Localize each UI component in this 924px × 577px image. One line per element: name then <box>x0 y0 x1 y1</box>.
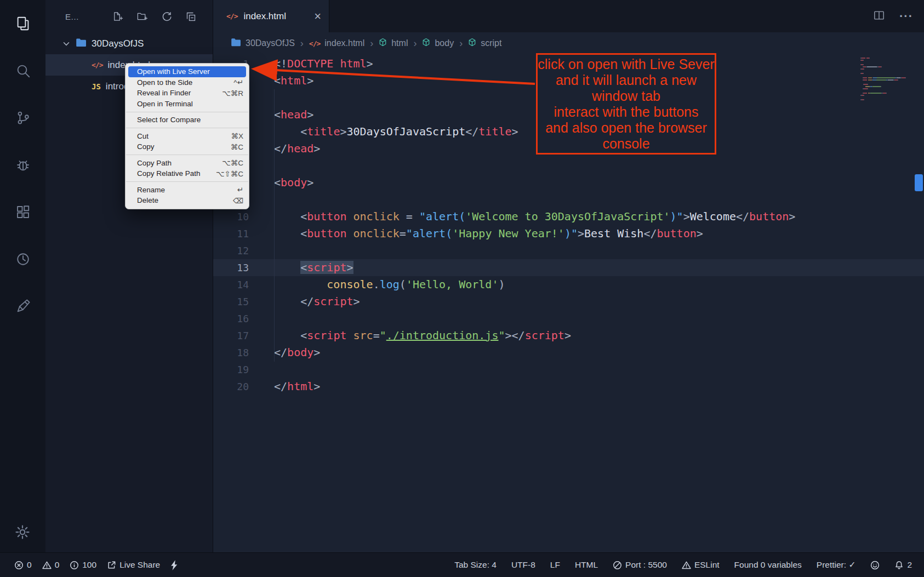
breadcrumb-item-index-html[interactable]: </>index.html <box>309 38 364 48</box>
code-line-15[interactable]: 15 </script> <box>213 293 924 310</box>
line-number: 13 <box>213 259 249 276</box>
menu-item-label: Copy Path <box>137 159 215 167</box>
explorer-icon[interactable] <box>10 10 36 37</box>
menu-item-copy-relative-path[interactable]: Copy Relative Path⌥⇧⌘C <box>126 168 249 179</box>
status-item-0[interactable]: 0 <box>42 560 60 570</box>
minimap-line <box>860 84 915 85</box>
vscode-window: E… 30DaysOfJS </>index.htmlJSintroductio… <box>0 0 924 577</box>
minimap-line <box>860 75 915 76</box>
line-content: </script> <box>274 293 360 310</box>
context-menu: Open with Live ServerOpen to the Side^↵R… <box>125 63 249 209</box>
status-item-live-share[interactable]: Live Share <box>107 560 160 570</box>
minimap-line <box>860 99 915 100</box>
activity-bar <box>0 0 45 552</box>
breadcrumb-label: html <box>391 38 408 48</box>
line-number: 19 <box>213 361 249 378</box>
tab-label: index.html <box>243 11 286 22</box>
status-item-port-5500[interactable]: Port : 5500 <box>613 560 667 570</box>
new-file-icon[interactable] <box>112 11 123 22</box>
status-item-prettier[interactable]: Prettier: ✓ <box>817 560 856 570</box>
menu-item-copy[interactable]: Copy⌘C <box>126 141 249 152</box>
code-line-14[interactable]: 14 console.log('Hello, World') <box>213 276 924 293</box>
annotation-line: and also open the browser <box>538 120 715 136</box>
breadcrumb-item-body[interactable]: body <box>422 38 454 49</box>
breadcrumb-label: body <box>435 38 454 48</box>
menu-item-shortcut: ⌥⇧⌘C <box>216 169 243 178</box>
settings-gear-icon[interactable] <box>9 519 36 545</box>
symbol-icon <box>422 38 430 49</box>
status-item-label: 0 <box>55 560 60 570</box>
code-line-10[interactable]: 10 <button onclick = "alert('Welcome to … <box>213 208 924 225</box>
minimap-line <box>860 82 915 83</box>
menu-item-cut[interactable]: Cut⌘X <box>126 131 249 142</box>
code-line-8[interactable]: 8<body> <box>213 174 924 191</box>
tab-index-html[interactable]: </> index.html × <box>213 0 329 32</box>
breadcrumb-item-script[interactable]: script <box>468 38 501 49</box>
code-line-9[interactable]: 9 <box>213 191 924 208</box>
code-line-7[interactable]: 7 <box>213 157 924 174</box>
status-item-0[interactable]: 0 <box>14 560 32 570</box>
status-item-html[interactable]: HTML <box>575 560 598 570</box>
breadcrumb-item-30daysofjs[interactable]: 30DaysOfJS <box>231 38 295 49</box>
source-control-icon[interactable] <box>10 105 36 131</box>
minimap-line <box>860 71 915 72</box>
menu-item-label: Select for Compare <box>137 116 243 124</box>
code-line-19[interactable]: 19 <box>213 361 924 378</box>
code-line-12[interactable]: 12 <box>213 242 924 259</box>
status-item-smiley[interactable] <box>870 561 880 570</box>
status-item-tab-size-4[interactable]: Tab Size: 4 <box>454 560 497 570</box>
line-content: console.log('Hello, World') <box>274 276 505 293</box>
new-folder-icon[interactable] <box>136 11 148 22</box>
search-icon[interactable] <box>10 58 36 84</box>
status-item-2[interactable]: 2 <box>894 560 912 570</box>
code-line-11[interactable]: 11 <button onclick="alert('Happy New Yea… <box>213 225 924 242</box>
pen-icon[interactable] <box>10 293 36 319</box>
code-line-17[interactable]: 17 <script src="./introduction.js"></scr… <box>213 327 924 344</box>
more-actions-icon[interactable]: ··· <box>899 9 913 24</box>
menu-item-open-in-terminal[interactable]: Open in Terminal <box>126 99 249 110</box>
folder-30daysofjs[interactable]: 30DaysOfJS <box>45 33 213 54</box>
status-item-label: Live Share <box>119 560 160 570</box>
line-number: 10 <box>213 208 249 225</box>
menu-separator <box>126 181 248 182</box>
minimap[interactable] <box>860 58 915 101</box>
status-item-lf[interactable]: LF <box>550 560 560 570</box>
menu-item-shortcut: ⌥⌘R <box>222 89 243 98</box>
extensions-icon[interactable] <box>10 199 36 225</box>
status-item-label: 2 <box>907 560 912 570</box>
tab-bar: </> index.html × ··· <box>213 0 924 32</box>
code-line-20[interactable]: 20</html> <box>213 378 924 395</box>
menu-separator <box>126 112 248 112</box>
minimap-line <box>860 88 915 89</box>
split-editor-icon[interactable] <box>873 10 885 23</box>
tab-close-icon[interactable]: × <box>314 10 321 22</box>
code-line-13[interactable]: 13 <script> <box>213 259 924 276</box>
menu-item-open-with-live-server[interactable]: Open with Live Server <box>128 66 246 77</box>
status-item-100[interactable]: 100 <box>70 560 96 570</box>
menu-item-rename[interactable]: Rename↵ <box>126 185 249 196</box>
menu-item-delete[interactable]: Delete⌫ <box>126 195 249 206</box>
scrollbar-marker[interactable] <box>915 174 923 191</box>
breadcrumb-item-html[interactable]: html <box>379 38 408 49</box>
menu-item-open-to-the-side[interactable]: Open to the Side^↵ <box>126 77 249 88</box>
menu-item-shortcut: ⌫ <box>233 196 243 205</box>
code-line-16[interactable]: 16 <box>213 310 924 327</box>
menu-item-reveal-in-finder[interactable]: Reveal in Finder⌥⌘R <box>126 88 249 99</box>
status-item-utf-8[interactable]: UTF-8 <box>511 560 535 570</box>
annotation-line: click on open with Live Sever <box>538 56 715 72</box>
collapse-all-icon[interactable] <box>185 11 196 22</box>
minimap-line <box>860 93 915 94</box>
line-number: 20 <box>213 378 249 395</box>
status-item-bolt[interactable] <box>170 560 178 570</box>
status-item-found-0-variables[interactable]: Found 0 variables <box>734 560 802 570</box>
code-line-18[interactable]: 18</body> <box>213 344 924 361</box>
minimap-line <box>860 79 915 81</box>
refresh-icon[interactable] <box>161 11 172 22</box>
run-debug-icon[interactable] <box>10 152 36 178</box>
menu-item-select-for-compare[interactable]: Select for Compare <box>126 115 249 125</box>
minimap-line <box>860 68 915 70</box>
status-item-eslint[interactable]: ESLint <box>682 560 720 570</box>
clock-icon[interactable] <box>10 246 36 272</box>
minimap-line <box>860 64 915 65</box>
menu-item-copy-path[interactable]: Copy Path⌥⌘C <box>126 158 249 169</box>
